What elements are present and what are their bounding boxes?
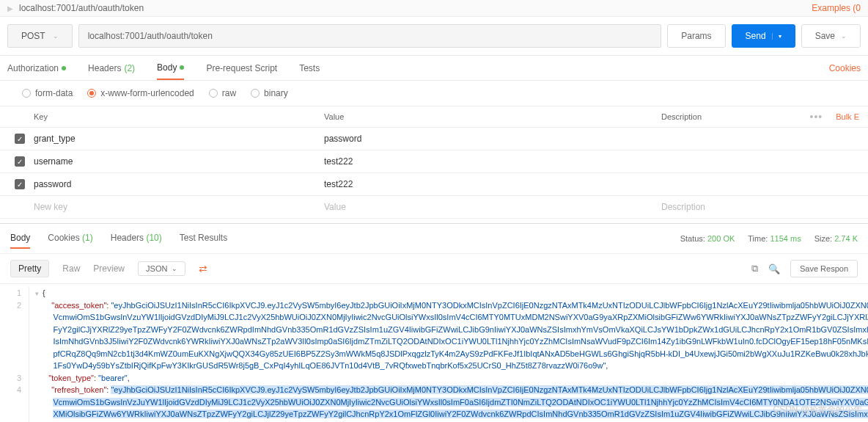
watermark: CSDN @捡黄金的少年	[773, 404, 862, 416]
radio-raw[interactable]: raw	[209, 88, 236, 98]
row-checkbox[interactable]	[15, 156, 25, 167]
col-value: Value	[324, 112, 661, 121]
chevron-down-icon: ⌄	[841, 32, 847, 40]
tab-header: ▶ localhost:7001/auth/oauth/token Exampl…	[0, 0, 868, 17]
new-desc-input[interactable]: Description	[661, 202, 859, 212]
status-value: 200 OK	[707, 234, 735, 243]
col-desc: Description	[661, 112, 809, 121]
time-value: 1154 ms	[770, 234, 801, 243]
size-value: 2.74 K	[834, 234, 858, 243]
examples-link[interactable]: Examples (0	[812, 3, 861, 13]
request-tabs: Authorization Headers (2) Body Pre-reque…	[0, 56, 868, 81]
params-button[interactable]: Params	[667, 24, 725, 48]
tab-body[interactable]: Body	[157, 56, 184, 80]
bulk-edit-link[interactable]: Bulk E	[836, 112, 859, 121]
value-cell[interactable]: password	[324, 134, 661, 144]
indicator-dot	[180, 65, 184, 70]
radio-xwww[interactable]: x-www-form-urlencoded	[87, 88, 194, 98]
indicator-dot	[62, 66, 66, 70]
url-input[interactable]: localhost:7001/auth/oauth/token	[78, 24, 662, 48]
chevron-right-icon: ▶	[7, 4, 13, 12]
method-select[interactable]: POST ⌄	[7, 24, 73, 48]
send-button[interactable]: Send ▾	[732, 24, 795, 48]
save-response-button[interactable]: Save Respon	[790, 260, 858, 277]
radio-form-data[interactable]: form-data	[22, 88, 73, 98]
tab-prerequest[interactable]: Pre-request Script	[206, 56, 277, 80]
save-label: Save	[815, 31, 835, 41]
tab-tests[interactable]: Tests	[299, 56, 320, 80]
copy-icon[interactable]: ⧉	[751, 263, 758, 274]
table-row: password test222	[0, 173, 868, 196]
wrap-lines-icon[interactable]: ⇄	[199, 263, 207, 274]
key-cell[interactable]: username	[31, 156, 324, 167]
save-button[interactable]: Save ⌄	[801, 24, 861, 48]
tab-headers[interactable]: Headers (2)	[88, 56, 135, 80]
new-value-input[interactable]: Value	[324, 202, 661, 212]
radio-binary[interactable]: binary	[251, 88, 288, 98]
row-checkbox[interactable]	[15, 134, 25, 144]
chevron-down-icon: ⌄	[172, 265, 177, 272]
request-row: POST ⌄ localhost:7001/auth/oauth/token P…	[0, 17, 868, 56]
view-preview[interactable]: Preview	[93, 263, 125, 274]
chevron-down-icon[interactable]: ▾	[772, 33, 781, 40]
tab-authorization[interactable]: Authorization	[7, 56, 66, 80]
chevron-down-icon: ⌄	[53, 32, 59, 40]
key-cell[interactable]: grant_type	[31, 134, 324, 144]
value-cell[interactable]: test222	[324, 156, 661, 167]
value-cell[interactable]: test222	[324, 179, 661, 189]
resp-tab-body[interactable]: Body	[10, 228, 30, 249]
kv-header: Key Value Description ••• Bulk E	[0, 106, 868, 128]
body-type-radios: form-data x-www-form-urlencoded raw bina…	[0, 81, 868, 106]
send-label: Send	[746, 31, 766, 41]
key-cell[interactable]: password	[31, 179, 324, 189]
resp-tab-cookies[interactable]: Cookies (1)	[48, 228, 92, 249]
table-row: username test222	[0, 150, 868, 173]
request-title: localhost:7001/auth/oauth/token	[19, 3, 812, 13]
table-row: grant_type password	[0, 128, 868, 150]
view-pretty[interactable]: Pretty	[10, 260, 49, 277]
kv-table: Key Value Description ••• Bulk E grant_t…	[0, 106, 868, 219]
new-key-input[interactable]: New key	[31, 202, 324, 212]
more-icon[interactable]: •••	[809, 111, 823, 123]
resp-tab-tests[interactable]: Test Results	[180, 228, 227, 249]
view-raw[interactable]: Raw	[62, 263, 80, 274]
resp-tab-headers[interactable]: Headers (10)	[111, 228, 162, 249]
col-key: Key	[31, 112, 324, 121]
kv-new-row[interactable]: New key Value Description	[0, 196, 868, 219]
search-icon[interactable]: 🔍	[768, 263, 780, 274]
json-viewer[interactable]: 12345678910111213141516 ▾{ "access_token…	[0, 284, 868, 422]
row-checkbox[interactable]	[15, 179, 25, 189]
response-bar: Body Cookies (1) Headers (10) Test Resul…	[0, 223, 868, 254]
method-label: POST	[21, 31, 45, 41]
cookies-link[interactable]: Cookies	[829, 63, 861, 73]
response-meta: Status: 200 OK Time: 1154 ms Size: 2.74 …	[680, 234, 858, 243]
format-select[interactable]: JSON ⌄	[138, 261, 185, 276]
view-bar: Pretty Raw Preview JSON ⌄ ⇄ ⧉ 🔍 Save Res…	[0, 254, 868, 284]
